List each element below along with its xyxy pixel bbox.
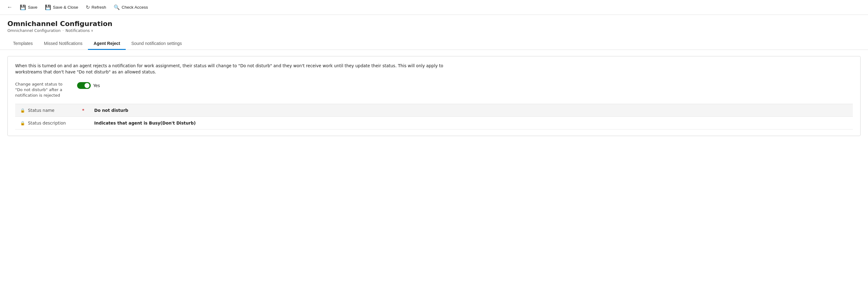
save-label: Save	[28, 5, 37, 9]
required-placeholder	[77, 117, 89, 129]
save-close-button[interactable]: 💾 Save & Close	[42, 2, 82, 12]
save-button[interactable]: 💾 Save	[17, 2, 40, 12]
breadcrumb-current: Notifications ∨	[66, 28, 94, 33]
breadcrumb-separator: ·	[63, 28, 64, 33]
refresh-button[interactable]: ↻ Refresh	[83, 2, 109, 12]
save-icon: 💾	[20, 4, 26, 10]
status-description-value: Indicates that agent is Busy(Don't Distu…	[89, 117, 853, 129]
status-name-value: Do not disturb	[89, 104, 853, 117]
toggle-row: Change agent status to "Do not disturb" …	[15, 82, 853, 98]
agent-status-toggle[interactable]	[77, 82, 91, 89]
check-access-button[interactable]: 🔍 Check Access	[111, 2, 151, 12]
table-row: 🔒 Status description Indicates that agen…	[15, 117, 853, 129]
toggle-slider	[77, 82, 91, 89]
page-title: Omnichannel Configuration	[7, 20, 861, 28]
tab-templates[interactable]: Templates	[7, 38, 38, 50]
toggle-yes-label: Yes	[93, 83, 100, 88]
breadcrumb-chevron-icon: ∨	[91, 29, 93, 32]
info-card: When this is turned on and an agent reje…	[7, 56, 861, 136]
save-close-label: Save & Close	[53, 5, 79, 9]
refresh-label: Refresh	[92, 5, 106, 9]
back-button[interactable]: ←	[4, 2, 16, 12]
status-table: 🔒 Status name * Do not disturb 🔒 Status …	[15, 104, 853, 129]
page-header: Omnichannel Configuration Omnichannel Co…	[0, 15, 868, 33]
status-description-label: 🔒 Status description	[15, 117, 77, 129]
breadcrumb: Omnichannel Configuration · Notification…	[7, 28, 861, 33]
tab-agent-reject[interactable]: Agent Reject	[88, 38, 126, 50]
toggle-label: Change agent status to "Do not disturb" …	[15, 82, 71, 98]
table-row: 🔒 Status name * Do not disturb	[15, 104, 853, 117]
lock-icon: 🔒	[20, 108, 25, 113]
toggle-control: Yes	[77, 82, 100, 89]
breadcrumb-current-label: Notifications	[66, 28, 90, 33]
tab-missed-notifications[interactable]: Missed Notifications	[38, 38, 88, 50]
breadcrumb-root[interactable]: Omnichannel Configuration	[7, 28, 61, 33]
info-text: When this is turned on and an agent reje…	[15, 63, 449, 75]
tabs-container: Templates Missed Notifications Agent Rej…	[0, 38, 868, 50]
check-access-icon: 🔍	[114, 4, 120, 10]
refresh-icon: ↻	[86, 4, 90, 10]
check-access-label: Check Access	[122, 5, 148, 9]
status-name-label: 🔒 Status name	[15, 104, 77, 117]
back-icon: ←	[7, 4, 12, 10]
required-indicator: *	[77, 104, 89, 117]
toolbar: ← 💾 Save 💾 Save & Close ↻ Refresh 🔍 Chec…	[0, 0, 868, 15]
tab-sound-notification-settings[interactable]: Sound notification settings	[126, 38, 187, 50]
save-close-icon: 💾	[45, 4, 51, 10]
lock-icon: 🔒	[20, 121, 25, 125]
main-content: When this is turned on and an agent reje…	[0, 50, 868, 142]
